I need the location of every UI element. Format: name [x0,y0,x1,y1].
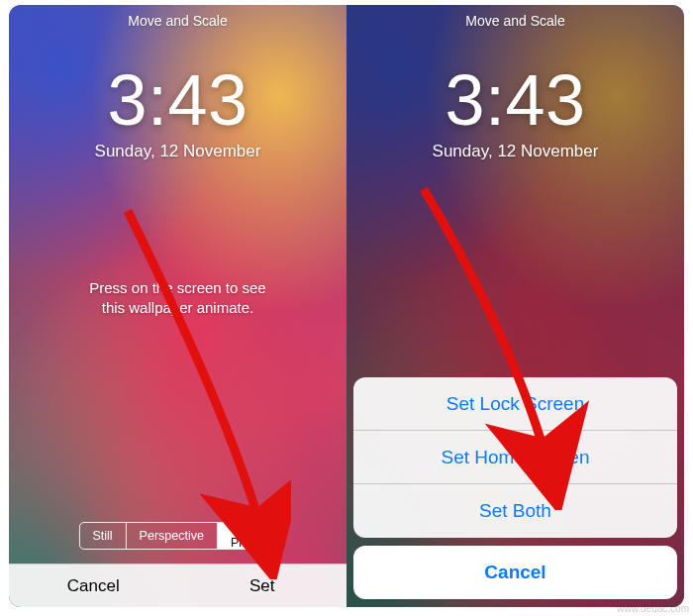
bottom-toolbar: Cancel Set [9,564,346,607]
screen-title: Move and Scale [9,13,346,29]
comparison-container: Move and Scale 3:43 Sunday, 12 November … [9,5,684,607]
cancel-button[interactable]: Cancel [353,546,677,599]
clock-date: Sunday, 12 November [346,142,684,161]
clock-time: 3:43 [9,64,346,136]
segment-live-photo[interactable]: Live Photo [218,523,276,549]
segment-still[interactable]: Still [79,523,126,549]
segment-perspective[interactable]: Perspective [127,523,218,549]
set-lock-screen-button[interactable]: Set Lock Screen [353,377,677,431]
lock-clock: 3:43 Sunday, 12 November [9,64,346,161]
screen-title: Move and Scale [346,13,684,29]
set-both-button[interactable]: Set Both [353,484,677,538]
clock-time: 3:43 [346,64,684,136]
set-home-screen-button[interactable]: Set Home Screen [353,431,677,484]
phone-left: Move and Scale 3:43 Sunday, 12 November … [9,5,346,607]
hint-line: Press on the screen to see [89,279,265,296]
live-photo-hint: Press on the screen to see this wallpape… [9,278,346,319]
clock-date: Sunday, 12 November [9,142,346,161]
set-button[interactable]: Set [178,565,347,607]
hint-line: this wallpaper animate. [102,299,253,316]
lock-clock: 3:43 Sunday, 12 November [346,64,684,161]
wallpaper-mode-segmented[interactable]: Still Perspective Live Photo [78,522,276,550]
watermark-text: www.deuac.com [617,603,689,614]
phone-right: Move and Scale 3:43 Sunday, 12 November … [346,5,684,607]
action-sheet-options: Set Lock Screen Set Home Screen Set Both [353,377,677,538]
action-sheet: Set Lock Screen Set Home Screen Set Both… [353,377,677,599]
cancel-button[interactable]: Cancel [9,565,178,607]
